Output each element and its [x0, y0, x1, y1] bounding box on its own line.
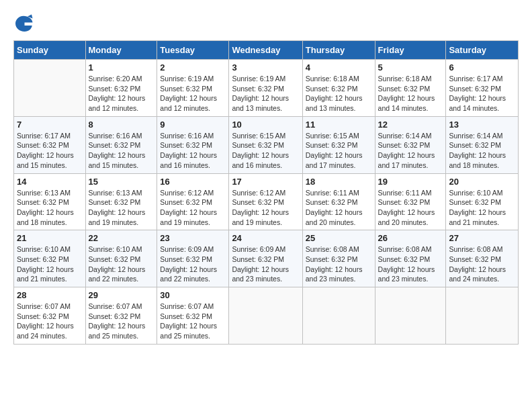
day-detail: Sunrise: 6:09 AM Sunset: 6:32 PM Dayligh… — [232, 244, 299, 284]
day-number: 8 — [89, 120, 154, 130]
weekday-header-friday: Friday — [375, 41, 446, 60]
day-detail: Sunrise: 6:07 AM Sunset: 6:32 PM Dayligh… — [89, 302, 154, 341]
day-number: 7 — [17, 120, 83, 130]
weekday-header-thursday: Thursday — [302, 41, 375, 60]
day-detail: Sunrise: 6:14 AM Sunset: 6:32 PM Dayligh… — [449, 131, 515, 171]
day-number: 17 — [232, 177, 299, 187]
calendar-cell: 22Sunrise: 6:10 AM Sunset: 6:32 PM Dayli… — [85, 230, 157, 287]
day-number: 25 — [306, 233, 372, 243]
day-number: 26 — [378, 233, 443, 243]
calendar-cell: 16Sunrise: 6:12 AM Sunset: 6:32 PM Dayli… — [157, 173, 229, 230]
calendar-cell: 29Sunrise: 6:07 AM Sunset: 6:32 PM Dayli… — [85, 287, 157, 345]
day-number: 19 — [378, 177, 443, 187]
calendar-cell: 21Sunrise: 6:10 AM Sunset: 6:32 PM Dayli… — [14, 230, 86, 287]
day-detail: Sunrise: 6:18 AM Sunset: 6:32 PM Dayligh… — [378, 74, 443, 113]
day-detail: Sunrise: 6:11 AM Sunset: 6:32 PM Dayligh… — [306, 188, 372, 228]
day-detail: Sunrise: 6:11 AM Sunset: 6:32 PM Dayligh… — [378, 188, 443, 228]
calendar-week-row: 14Sunrise: 6:13 AM Sunset: 6:32 PM Dayli… — [14, 173, 519, 230]
day-number: 20 — [449, 177, 515, 187]
day-detail: Sunrise: 6:16 AM Sunset: 6:32 PM Dayligh… — [160, 131, 226, 171]
day-detail: Sunrise: 6:10 AM Sunset: 6:32 PM Dayligh… — [17, 244, 83, 284]
day-number: 11 — [306, 120, 372, 130]
day-number: 3 — [232, 62, 299, 73]
day-detail: Sunrise: 6:16 AM Sunset: 6:32 PM Dayligh… — [89, 131, 154, 171]
weekday-header-monday: Monday — [85, 41, 157, 60]
calendar-cell: 15Sunrise: 6:13 AM Sunset: 6:32 PM Dayli… — [85, 173, 157, 230]
calendar-cell: 12Sunrise: 6:14 AM Sunset: 6:32 PM Dayli… — [375, 116, 446, 173]
day-detail: Sunrise: 6:13 AM Sunset: 6:32 PM Dayligh… — [17, 188, 83, 228]
day-number: 23 — [160, 233, 226, 243]
calendar-cell — [446, 287, 519, 345]
day-number: 29 — [89, 290, 154, 300]
day-detail: Sunrise: 6:07 AM Sunset: 6:32 PM Dayligh… — [17, 302, 83, 341]
day-number: 12 — [378, 120, 443, 130]
calendar-cell: 6Sunrise: 6:17 AM Sunset: 6:32 PM Daylig… — [446, 60, 519, 117]
logo-icon — [13, 13, 34, 34]
day-detail: Sunrise: 6:13 AM Sunset: 6:32 PM Dayligh… — [89, 188, 154, 228]
weekday-header-saturday: Saturday — [446, 41, 519, 60]
calendar-week-row: 1Sunrise: 6:20 AM Sunset: 6:32 PM Daylig… — [14, 60, 519, 117]
calendar-cell: 13Sunrise: 6:14 AM Sunset: 6:32 PM Dayli… — [446, 116, 519, 173]
calendar-cell: 26Sunrise: 6:08 AM Sunset: 6:32 PM Dayli… — [375, 230, 446, 287]
day-detail: Sunrise: 6:12 AM Sunset: 6:32 PM Dayligh… — [232, 188, 299, 228]
day-number: 6 — [449, 62, 515, 73]
day-detail: Sunrise: 6:10 AM Sunset: 6:32 PM Dayligh… — [449, 188, 515, 228]
day-detail: Sunrise: 6:08 AM Sunset: 6:32 PM Dayligh… — [378, 244, 443, 284]
day-number: 21 — [17, 233, 83, 243]
calendar-cell: 25Sunrise: 6:08 AM Sunset: 6:32 PM Dayli… — [302, 230, 375, 287]
day-detail: Sunrise: 6:17 AM Sunset: 6:32 PM Dayligh… — [449, 74, 515, 113]
day-detail: Sunrise: 6:09 AM Sunset: 6:32 PM Dayligh… — [160, 244, 226, 284]
day-detail: Sunrise: 6:12 AM Sunset: 6:32 PM Dayligh… — [160, 188, 226, 228]
weekday-header-tuesday: Tuesday — [157, 41, 229, 60]
calendar-table: SundayMondayTuesdayWednesdayThursdayFrid… — [13, 40, 519, 345]
day-number: 24 — [232, 233, 299, 243]
day-number: 13 — [449, 120, 515, 130]
calendar-cell: 5Sunrise: 6:18 AM Sunset: 6:32 PM Daylig… — [375, 60, 446, 117]
calendar-cell — [375, 287, 446, 345]
calendar-cell: 19Sunrise: 6:11 AM Sunset: 6:32 PM Dayli… — [375, 173, 446, 230]
calendar-header: SundayMondayTuesdayWednesdayThursdayFrid… — [14, 41, 519, 60]
calendar-cell: 18Sunrise: 6:11 AM Sunset: 6:32 PM Dayli… — [302, 173, 375, 230]
day-number: 2 — [160, 62, 226, 73]
day-number: 22 — [89, 233, 154, 243]
logo — [13, 13, 36, 34]
day-number: 27 — [449, 233, 515, 243]
calendar-cell: 2Sunrise: 6:19 AM Sunset: 6:32 PM Daylig… — [157, 60, 229, 117]
day-detail: Sunrise: 6:20 AM Sunset: 6:32 PM Dayligh… — [89, 74, 154, 113]
day-number: 30 — [160, 290, 226, 300]
calendar-cell: 24Sunrise: 6:09 AM Sunset: 6:32 PM Dayli… — [229, 230, 302, 287]
day-number: 9 — [160, 120, 226, 130]
weekday-header-sunday: Sunday — [14, 41, 86, 60]
day-detail: Sunrise: 6:14 AM Sunset: 6:32 PM Dayligh… — [378, 131, 443, 171]
calendar-cell: 7Sunrise: 6:17 AM Sunset: 6:32 PM Daylig… — [14, 116, 86, 173]
weekday-header-wednesday: Wednesday — [229, 41, 302, 60]
day-number: 1 — [89, 62, 154, 73]
calendar-cell: 20Sunrise: 6:10 AM Sunset: 6:32 PM Dayli… — [446, 173, 519, 230]
calendar-cell — [14, 60, 86, 117]
day-detail: Sunrise: 6:08 AM Sunset: 6:32 PM Dayligh… — [449, 244, 515, 284]
calendar-cell: 4Sunrise: 6:18 AM Sunset: 6:32 PM Daylig… — [302, 60, 375, 117]
calendar-cell: 30Sunrise: 6:07 AM Sunset: 6:32 PM Dayli… — [157, 287, 229, 345]
calendar-cell: 28Sunrise: 6:07 AM Sunset: 6:32 PM Dayli… — [14, 287, 86, 345]
day-detail: Sunrise: 6:15 AM Sunset: 6:32 PM Dayligh… — [232, 131, 299, 171]
day-number: 15 — [89, 177, 154, 187]
calendar-cell — [302, 287, 375, 345]
calendar-week-row: 21Sunrise: 6:10 AM Sunset: 6:32 PM Dayli… — [14, 230, 519, 287]
calendar-cell: 23Sunrise: 6:09 AM Sunset: 6:32 PM Dayli… — [157, 230, 229, 287]
calendar-cell — [229, 287, 302, 345]
calendar-cell: 17Sunrise: 6:12 AM Sunset: 6:32 PM Dayli… — [229, 173, 302, 230]
day-detail: Sunrise: 6:15 AM Sunset: 6:32 PM Dayligh… — [306, 131, 372, 171]
day-detail: Sunrise: 6:18 AM Sunset: 6:32 PM Dayligh… — [306, 74, 372, 113]
day-detail: Sunrise: 6:19 AM Sunset: 6:32 PM Dayligh… — [232, 74, 299, 113]
weekday-header-row: SundayMondayTuesdayWednesdayThursdayFrid… — [14, 41, 519, 60]
calendar-cell: 14Sunrise: 6:13 AM Sunset: 6:32 PM Dayli… — [14, 173, 86, 230]
day-detail: Sunrise: 6:08 AM Sunset: 6:32 PM Dayligh… — [306, 244, 372, 284]
day-number: 16 — [160, 177, 226, 187]
calendar-cell: 8Sunrise: 6:16 AM Sunset: 6:32 PM Daylig… — [85, 116, 157, 173]
day-number: 14 — [17, 177, 83, 187]
calendar-cell: 10Sunrise: 6:15 AM Sunset: 6:32 PM Dayli… — [229, 116, 302, 173]
day-detail: Sunrise: 6:19 AM Sunset: 6:32 PM Dayligh… — [160, 74, 226, 113]
day-number: 10 — [232, 120, 299, 130]
calendar-cell: 3Sunrise: 6:19 AM Sunset: 6:32 PM Daylig… — [229, 60, 302, 117]
calendar-cell: 9Sunrise: 6:16 AM Sunset: 6:32 PM Daylig… — [157, 116, 229, 173]
